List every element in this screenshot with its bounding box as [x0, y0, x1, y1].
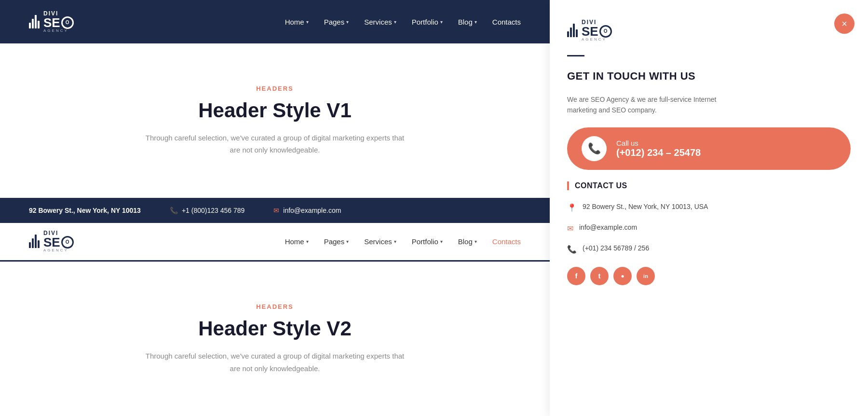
logo-top: DIVI SE O AGENCY	[29, 11, 74, 33]
infobar-email-item: ✉ info@example.com	[273, 207, 341, 214]
call-us-button[interactable]: 📞 Call us (+012) 234 – 25478	[567, 127, 851, 170]
sidebar-brand-agency: AGENCY	[582, 38, 612, 42]
call-number: (+012) 234 – 25478	[616, 147, 701, 158]
nav2-item-home[interactable]: Home▾	[285, 237, 309, 246]
brand-o-circle-top: O	[61, 16, 74, 29]
brand-seo-top: SE	[43, 16, 60, 29]
nav2-item-contacts[interactable]: Contacts	[492, 237, 521, 246]
location-icon: 📍	[567, 202, 577, 214]
email-icon-sidebar: ✉	[567, 223, 573, 235]
phone-icon-infobar: 📞	[170, 207, 178, 214]
brand-o-circle-second: O	[61, 236, 74, 249]
facebook-icon[interactable]: f	[567, 267, 585, 285]
brand-seo-second: SE	[43, 236, 60, 249]
section-label-2: HEADERS	[256, 303, 294, 310]
nav-top: Home▾ Pages▾ Services▾ Portfolio▾ Blog▾ …	[285, 18, 521, 26]
nav2-item-services[interactable]: Services▾	[364, 237, 396, 246]
nav-item-portfolio[interactable]: Portfolio▾	[412, 18, 443, 26]
nav-item-pages[interactable]: Pages▾	[324, 18, 349, 26]
brand-agency-top: AGENCY	[43, 29, 74, 33]
section-desc-2: Through careful selection, we've curated…	[145, 350, 405, 374]
nav2-item-pages[interactable]: Pages▾	[324, 237, 349, 246]
section-desc-1: Through careful selection, we've curated…	[145, 132, 405, 156]
contact-email: info@example.com	[579, 222, 637, 233]
infobar-phone-item: 📞 +1 (800)123 456 789	[170, 207, 244, 214]
section-title-2: Header Style V2	[198, 317, 352, 340]
sidebar-brand-o: O	[599, 25, 612, 38]
brand-agency-second: AGENCY	[43, 249, 74, 252]
call-label: Call us	[616, 139, 701, 147]
navbar-second: DIVI SE O AGENCY Home▾ Pages▾ Services▾ …	[0, 223, 550, 262]
contact-address-item: 📍 92 Bowery St., New York, NY 10013, USA	[567, 202, 851, 214]
twitter-icon[interactable]: t	[590, 267, 609, 285]
sidebar-logo-bars	[567, 24, 578, 37]
nav2-item-blog[interactable]: Blog▾	[458, 237, 477, 246]
contact-us-heading: CONTACT US	[567, 181, 851, 190]
phone-icon-contact: 📞	[567, 244, 577, 255]
header-section-1: HEADERS Header Style V1 Through careful …	[0, 43, 550, 198]
close-button[interactable]: ×	[834, 14, 854, 34]
sidebar-logo: DIVI SE O AGENCY	[567, 19, 851, 42]
nav-item-contacts[interactable]: Contacts	[492, 18, 521, 26]
call-icon-circle: 📞	[582, 136, 607, 161]
infobar-email: info@example.com	[283, 207, 341, 214]
linkedin-icon[interactable]: in	[637, 267, 655, 285]
info-bar: 92 Bowery St., New York, NY 10013 📞 +1 (…	[0, 198, 550, 223]
nav-item-services[interactable]: Services▾	[364, 18, 396, 26]
header-section-2: HEADERS Header Style V2 Through careful …	[0, 262, 550, 416]
nav2-item-portfolio[interactable]: Portfolio▾	[412, 237, 443, 246]
section-title-1: Header Style V1	[198, 99, 352, 122]
navbar-top: DIVI SE O AGENCY Home▾ Pages▾ Services▾ …	[0, 0, 550, 43]
get-in-touch-heading: GET IN TOUCH WITH US	[567, 70, 851, 83]
nav-second: Home▾ Pages▾ Services▾ Portfolio▾ Blog▾ …	[285, 237, 521, 246]
logo-second: DIVI SE O AGENCY	[29, 230, 74, 252]
nav-item-home[interactable]: Home▾	[285, 18, 309, 26]
nav-item-blog[interactable]: Blog▾	[458, 18, 477, 26]
instagram-icon[interactable]: ●	[613, 267, 632, 285]
contact-address: 92 Bowery St., New York, NY 10013, USA	[583, 202, 708, 212]
contact-phone: (+01) 234 56789 / 256	[583, 243, 649, 253]
contact-info-list: 📍 92 Bowery St., New York, NY 10013, USA…	[567, 202, 851, 255]
infobar-address: 92 Bowery St., New York, NY 10013	[29, 207, 141, 214]
phone-icon-sidebar: 📞	[588, 142, 601, 155]
infobar-phone: +1 (800)123 456 789	[182, 207, 244, 214]
sidebar-panel: × DIVI SE O AGENCY GET IN TOUCH WITH US …	[550, 0, 868, 416]
sidebar-brand-seo: SE	[582, 25, 598, 38]
contact-phone-item: 📞 (+01) 234 56789 / 256	[567, 243, 851, 255]
logo-bars-icon	[29, 15, 40, 28]
email-icon-infobar: ✉	[273, 207, 279, 214]
contact-email-item: ✉ info@example.com	[567, 222, 851, 235]
call-text: Call us (+012) 234 – 25478	[616, 139, 701, 158]
main-content: DIVI SE O AGENCY Home▾ Pages▾ Services▾ …	[0, 0, 550, 416]
sidebar-divider	[567, 55, 584, 56]
social-icons: f t ● in	[567, 267, 851, 285]
sidebar-description: We are SEO Agency & we are full-service …	[567, 94, 731, 116]
logo-bars-icon-2	[29, 235, 40, 248]
section-label-1: HEADERS	[256, 85, 294, 92]
